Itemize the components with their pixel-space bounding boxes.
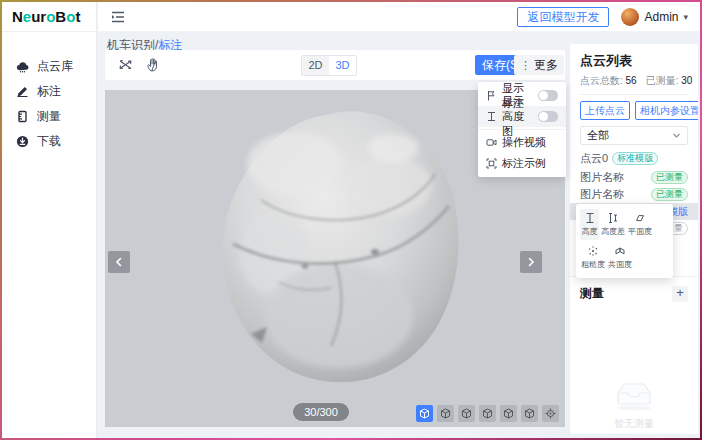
tool-label: 高度差 [601, 226, 625, 237]
divider [580, 94, 688, 95]
tooth-model-3d[interactable] [183, 102, 483, 394]
view-cube-top-button[interactable] [521, 405, 538, 422]
view-cube-right-button[interactable] [500, 405, 517, 422]
stat-value: 56 [626, 75, 637, 86]
tool-roughness[interactable]: 粗糙度 [580, 242, 606, 273]
logo-letter: B [55, 8, 66, 25]
chevron-left-icon [114, 257, 124, 267]
list-item[interactable]: 图片名称 已测量 [570, 169, 698, 186]
filter-value: 全部 [587, 128, 609, 143]
cube-icon [419, 408, 430, 419]
flag-icon [486, 90, 497, 101]
collapse-sidebar-icon[interactable] [110, 9, 126, 25]
camera-params-button[interactable]: 相机内参设置 [635, 101, 698, 120]
move-3d-icon[interactable] [117, 56, 134, 73]
menu-item-show-heightmap[interactable]: 显示高度图 [478, 106, 566, 127]
sidebar-item-download[interactable]: 下载 [2, 129, 96, 154]
status-badge: 已测量 [651, 171, 688, 184]
next-image-button[interactable] [520, 251, 542, 273]
vertical-dots-icon: ⋮ [520, 55, 531, 75]
sidebar-item-label: 测量 [37, 108, 61, 125]
template-tag: 标准模版 [612, 152, 658, 165]
tool-label: 粗糙度 [581, 259, 605, 270]
view-cube-back-button[interactable] [458, 405, 475, 422]
toolbar-left-icons [117, 56, 162, 73]
caret-down-icon: ▾ [683, 12, 688, 22]
more-dropdown-menu: 显示标注 显示高度图 操作视频 标注示例 [478, 82, 566, 177]
tool-flatness[interactable]: 平面度 [627, 209, 653, 240]
cube-icon [482, 408, 493, 419]
sidebar-item-label: 标注 [37, 83, 61, 100]
view-cube-default-button[interactable] [416, 405, 433, 422]
back-to-model-dev-button[interactable]: 返回模型开发 [517, 7, 609, 27]
panel-stats: 点云总数: 56 已测量: 30 [580, 74, 688, 88]
menu-item-tutorial-video[interactable]: 操作视频 [478, 132, 566, 153]
cube-icon [524, 408, 535, 419]
ruler-icon [16, 110, 29, 123]
sidebar-item-point-cloud-library[interactable]: 点云库 [2, 54, 96, 79]
measure-section-header: 测量 + [570, 276, 698, 302]
measure-title: 测量 [580, 285, 604, 302]
menu-item-label: 操作视频 [502, 135, 546, 150]
view-cube-front-button[interactable] [437, 405, 454, 422]
empty-inbox-icon [611, 378, 657, 412]
sidebar: NeuroBot 点云库 标注 测量 下载 [2, 2, 97, 438]
tool-coplanarity[interactable]: 共面度 [607, 242, 633, 273]
tool-label: 共面度 [608, 259, 632, 270]
status-badge: 已测量 [651, 188, 688, 201]
show-heightmap-toggle[interactable] [538, 111, 558, 122]
tool-grid: 高度 高度差 平面度 粗糙度 共面度 [580, 209, 669, 273]
stat-total: 点云总数: 56 [580, 74, 637, 88]
view-3d-button[interactable]: 3D [329, 56, 356, 75]
tool-height-diff[interactable]: 高度差 [600, 209, 626, 240]
height-diff-tool-icon [607, 212, 619, 224]
cloud-icon [16, 60, 29, 73]
image-name: 图片名称 [580, 170, 624, 185]
tool-label: 平面度 [628, 226, 652, 237]
upload-point-cloud-button[interactable]: 上传点云 [580, 101, 630, 120]
cube-icon [440, 408, 451, 419]
filter-select[interactable]: 全部 [580, 126, 688, 145]
list-item[interactable]: 图片名称 已测量 [570, 186, 698, 203]
coplanarity-tool-icon [614, 245, 626, 257]
view-orientation-bar [416, 405, 559, 422]
view-cube-left-button[interactable] [479, 405, 496, 422]
sidebar-item-annotate[interactable]: 标注 [2, 79, 96, 104]
frame-icon [486, 158, 497, 169]
logo-letter: N [12, 8, 23, 25]
pen-icon [16, 85, 29, 98]
cube-icon [461, 408, 472, 419]
stat-value: 30 [681, 75, 692, 86]
show-annotations-toggle[interactable] [538, 90, 558, 101]
user-menu[interactable]: Admin ▾ [621, 8, 688, 26]
recenter-view-button[interactable] [542, 405, 559, 422]
stat-label: 已测量: [646, 75, 679, 86]
logo-gear-letter: o [46, 8, 55, 25]
sidebar-item-label: 点云库 [37, 58, 73, 75]
add-measure-button[interactable]: + [672, 286, 688, 302]
empty-text: 暂无测量 [570, 417, 698, 431]
height-tool-icon [584, 212, 596, 224]
panel-title: 点云列表 [580, 52, 688, 70]
hand-pan-icon[interactable] [145, 56, 162, 73]
prev-image-button[interactable] [108, 251, 130, 273]
menu-item-label: 显示高度图 [502, 94, 533, 139]
chevron-right-icon [526, 257, 536, 267]
menu-item-annotation-example[interactable]: 标注示例 [478, 153, 566, 174]
stat-label: 点云总数: [580, 75, 623, 86]
app-logo: NeuroBot [2, 2, 96, 32]
stat-measured: 已测量: 30 [646, 74, 693, 88]
cube-icon [503, 408, 514, 419]
sidebar-menu: 点云库 标注 测量 下载 [2, 32, 96, 154]
video-icon [486, 137, 497, 148]
dimension-switch: 2D 3D [301, 55, 357, 76]
view-2d-button[interactable]: 2D [302, 56, 329, 75]
point-cloud-group[interactable]: 点云0 标准模版 [580, 151, 688, 165]
more-label: 更多 [534, 55, 558, 75]
download-icon [16, 135, 29, 148]
more-button[interactable]: ⋮ 更多 [514, 55, 564, 75]
screenshot-frame: NeuroBot 点云库 标注 测量 下载 返回模型开发 [0, 0, 702, 440]
sidebar-item-measure[interactable]: 测量 [2, 104, 96, 129]
tool-height[interactable]: 高度 [580, 209, 599, 240]
crosshair-icon [545, 408, 556, 419]
